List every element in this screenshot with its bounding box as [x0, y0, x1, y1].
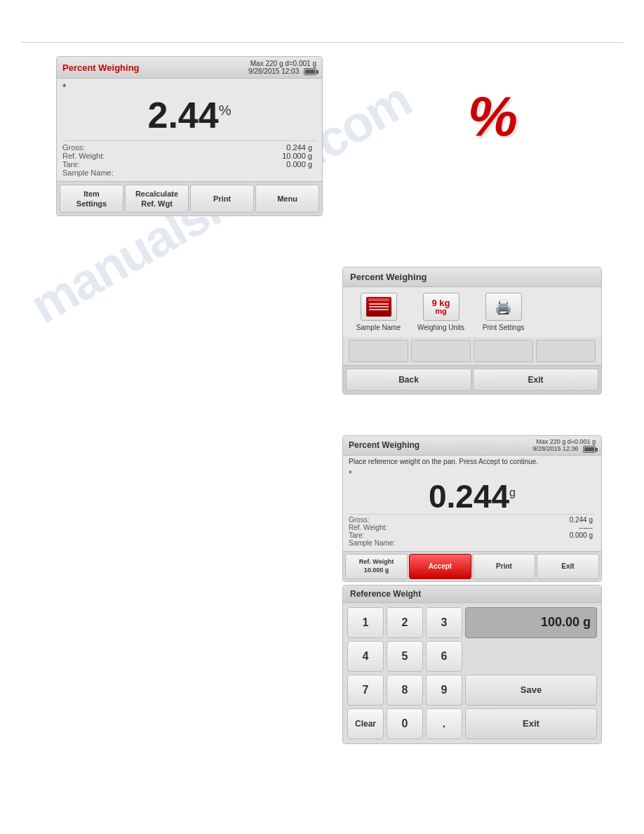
sample-name-label: Sample Name	[356, 324, 401, 331]
key-8[interactable]: 8	[387, 675, 423, 706]
weighing-units-icon: 9 kg mg	[431, 298, 450, 315]
widget1-info-line2: 9/28/2015 12:03	[248, 67, 299, 75]
widget2-icons: Sample Name 9 kg mg Weighing Units 🖨️ Pr…	[343, 287, 601, 337]
widget1-info-line1: Max 220 g d=0.001 g	[250, 60, 316, 67]
widget2-header: Percent Weighing	[343, 267, 601, 287]
key-2[interactable]: 2	[387, 607, 423, 638]
w3-sample-name-value	[472, 539, 596, 547]
sample-name-icon-lines	[366, 297, 391, 317]
key-3[interactable]: 3	[426, 607, 462, 638]
keypad-exit-button[interactable]: Exit	[465, 708, 597, 739]
key-7[interactable]: 7	[347, 675, 384, 706]
widget3-unit: g	[509, 486, 516, 498]
icon-line-2	[369, 306, 389, 307]
icon-line-1	[369, 303, 389, 305]
accept-button[interactable]: Accept	[409, 554, 471, 578]
keypad-grid: 1 2 3 100.00 g 4 5 6 7 8 9 Save Clear 0 …	[347, 607, 597, 739]
widget1-stats: Gross: 0.244 g Ref. Weight: 10.000 g Tar…	[62, 140, 316, 177]
print-settings-label: Print Settings	[483, 324, 524, 331]
keypad-empty-r2c4	[465, 641, 597, 672]
print-settings-icon-item[interactable]: 🖨️ Print Settings	[474, 293, 533, 331]
widget1-body: * 2.44% Gross: 0.244 g Ref. Weight: 10.0…	[57, 79, 322, 180]
percent-symbol-decoration: %	[468, 84, 518, 149]
exit-button[interactable]: Exit	[473, 369, 598, 391]
key-1[interactable]: 1	[347, 607, 384, 638]
ref-weight-button[interactable]: Ref. Weight 10.000 g	[345, 554, 408, 578]
clear-button[interactable]: Clear	[347, 708, 384, 739]
widget3-info-line2: 9/28/2015 12:36	[532, 445, 578, 452]
w3-sample-name-label: Sample Name:	[349, 539, 472, 547]
widget2-title: Percent Weighing	[350, 272, 427, 282]
widget3-asterisk: *	[349, 469, 596, 479]
key-5[interactable]: 5	[387, 641, 423, 672]
gross-label: Gross:	[62, 143, 189, 152]
widget1-header: Percent Weighing Max 220 g d=0.001 g 9/2…	[57, 57, 322, 79]
tare-label: Tare:	[62, 160, 189, 168]
widget1-unit: %	[219, 102, 232, 118]
print-settings-icon-box: 🖨️	[485, 293, 522, 321]
w3-ref-weight-label: Ref. Weight:	[349, 524, 472, 531]
icon-line-3	[369, 309, 389, 310]
widget3-body: * 0.244g Gross: 0.244 g Ref. Weight: ---…	[343, 468, 601, 552]
sample-name-icon	[366, 297, 391, 317]
w3-gross-value: 0.244 g	[472, 516, 596, 524]
widget3-title: Percent Weighing	[349, 440, 420, 450]
widget3-value: 0.244	[429, 478, 509, 515]
widget1-asterisk: *	[62, 81, 316, 93]
item-settings-button[interactable]: Item Settings	[60, 185, 123, 213]
w3-tare-label: Tare:	[349, 531, 472, 539]
ref-weight-value: 10.000 g	[189, 152, 316, 160]
widget3-instruction: Place reference weight on the pan. Press…	[343, 456, 601, 468]
w3-tare-value: 0.000 g	[472, 531, 596, 539]
widget2-footer: Back Exit	[343, 365, 601, 394]
key-dot[interactable]: .	[426, 708, 462, 739]
tare-value: 0.000 g	[189, 160, 316, 168]
w3-gross-label: Gross:	[349, 516, 472, 524]
sample-name-icon-item[interactable]: Sample Name	[349, 293, 408, 331]
save-button[interactable]: Save	[465, 675, 597, 706]
keypad-body: 1 2 3 100.00 g 4 5 6 7 8 9 Save Clear 0 …	[343, 603, 601, 743]
key-4[interactable]: 4	[347, 641, 384, 672]
widget1-title: Percent Weighing	[62, 62, 140, 73]
print-button[interactable]: Print	[190, 185, 254, 213]
widget3-header: Percent Weighing Max 220 g d=0.001 g 9/2…	[343, 436, 601, 456]
key-9[interactable]: 9	[426, 675, 462, 706]
ref-weight-label: Ref. Weight:	[62, 152, 189, 160]
empty-cell-3	[474, 340, 533, 362]
widget1-display: 2.44%	[62, 93, 316, 138]
reference-weight-keypad: Reference Weight 1 2 3 100.00 g 4 5 6 7 …	[342, 585, 602, 744]
w3-print-button[interactable]: Print	[473, 554, 535, 578]
key-0[interactable]: 0	[387, 708, 423, 739]
empty-cell-4	[536, 340, 596, 362]
back-button[interactable]: Back	[346, 369, 471, 391]
menu-button[interactable]: Menu	[255, 185, 319, 213]
widget3-info-line1: Max 220 g d=0.001 g	[536, 438, 596, 445]
widget1-info: Max 220 g d=0.001 g 9/28/2015 12:03	[248, 60, 316, 75]
empty-cell-1	[349, 340, 408, 362]
sample-name-icon-box	[361, 293, 397, 321]
units-bottom: mg	[431, 307, 450, 315]
widget3-percent-weighing-keypad: Percent Weighing Max 220 g d=0.001 g 9/2…	[342, 435, 602, 744]
empty-slot-4	[536, 293, 596, 331]
widget3-display-num: 0.244g	[349, 479, 596, 515]
recalculate-ref-wgt-button[interactable]: Recalculate Ref. Wgt	[125, 185, 189, 213]
w3-exit-button[interactable]: Exit	[537, 554, 599, 578]
widget3-info: Max 220 g d=0.001 g 9/28/2015 12:36	[532, 438, 596, 453]
widget2-empty-row	[343, 337, 601, 365]
weighing-units-label: Weighing Units	[417, 324, 464, 331]
weighing-units-icon-box: 9 kg mg	[423, 293, 459, 321]
print-icon: 🖨️	[495, 298, 512, 315]
widget2-settings: Percent Weighing Sample Name 9 kg	[342, 267, 602, 395]
widget1-buttons: Item Settings Recalculate Ref. Wgt Print…	[57, 181, 322, 216]
top-divider	[21, 42, 623, 43]
widget3-display: Percent Weighing Max 220 g d=0.001 g 9/2…	[342, 435, 602, 582]
widget3-stats: Gross: 0.244 g Ref. Weight: ------ Tare:…	[349, 514, 596, 547]
gross-value: 0.244 g	[189, 143, 316, 152]
weighing-units-icon-item[interactable]: 9 kg mg Weighing Units	[411, 293, 471, 331]
battery-icon	[304, 68, 316, 75]
sample-name-label: Sample Name:	[62, 168, 189, 177]
keypad-header: Reference Weight	[343, 585, 601, 603]
widget3-battery-icon	[583, 446, 596, 453]
sample-name-value	[189, 168, 316, 177]
key-6[interactable]: 6	[426, 641, 462, 672]
